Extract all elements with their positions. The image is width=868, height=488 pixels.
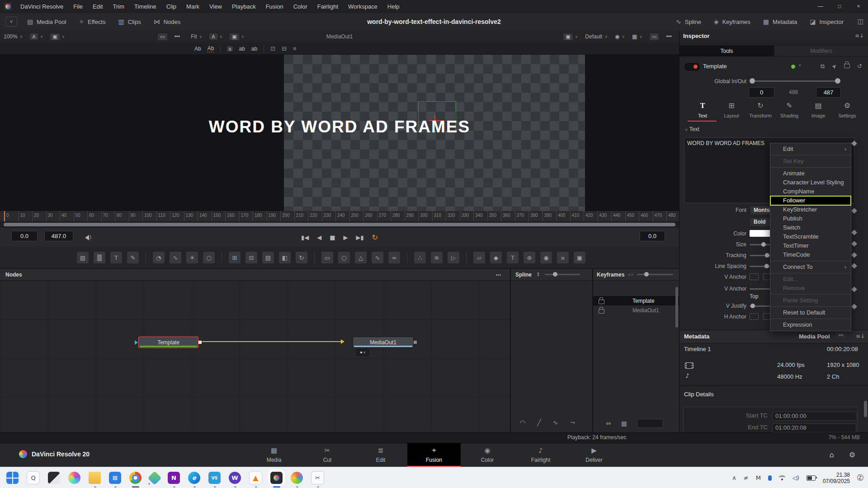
gear-icon[interactable]: ⚙ (849, 450, 855, 459)
menu-item[interactable]: Mark (181, 0, 204, 13)
toolbar-button[interactable]: ▤ Media Pool (21, 13, 72, 30)
fusion-tool-icon[interactable]: ☀ (186, 252, 198, 263)
slider-handle[interactable] (750, 78, 755, 84)
menu-item[interactable]: Help (382, 0, 405, 13)
context-menu-item[interactable]: Switch (770, 223, 851, 232)
context-menu-item[interactable]: CompName (770, 187, 851, 196)
toolbar-button[interactable]: ⋈ Nodes (147, 13, 187, 30)
taskbar-app-icon[interactable]: Q (27, 471, 40, 484)
menu-item[interactable]: Workspace (343, 0, 382, 13)
fusion-tool-icon[interactable]: ○ (203, 252, 215, 263)
menu-item[interactable]: Clip (161, 0, 181, 13)
fusion-tool-icon[interactable]: ∿ (170, 252, 181, 263)
taskbar-app-icon[interactable]: ✂ (311, 471, 324, 484)
node-input-icon[interactable] (135, 340, 140, 345)
spread-keyframes-icon[interactable]: ⇔ (606, 420, 611, 427)
notification-bell-icon[interactable]: Ⓩ (857, 474, 863, 482)
text-tool-icon[interactable]: ≡ (293, 45, 297, 52)
taskbar-app-icon[interactable] (48, 472, 60, 484)
page-tab[interactable]: ✦ Fusion (407, 443, 461, 467)
microphone-icon[interactable] (768, 475, 772, 481)
panel-toggle-button[interactable]: ▦ Metadata (757, 13, 803, 30)
context-menu-item[interactable]: Reset to Default (770, 308, 851, 317)
page-tab[interactable]: ▦ Media (247, 443, 301, 467)
tab-transform[interactable]: ↻ Transform (746, 100, 774, 119)
toolbar-button[interactable]: ✧ Effects (72, 13, 112, 30)
fusion-tool-icon[interactable]: ⊟ (245, 252, 257, 263)
transport-button[interactable]: ▶ (343, 234, 348, 241)
page-tab[interactable]: ▶ Deliver (567, 443, 621, 467)
keyframes-zoom-icon[interactable]: ‹·› (628, 272, 633, 277)
page-tab[interactable]: ✂ Cut (301, 443, 354, 467)
context-menu-item[interactable]: Remove (770, 284, 851, 293)
context-menu-item[interactable]: Paste Setting (770, 296, 851, 305)
linear-spline-icon[interactable]: ╱ (537, 419, 541, 426)
wifi-icon[interactable] (779, 475, 785, 480)
text-tool-icon[interactable]: Ab (194, 46, 201, 52)
text-tool-icon[interactable]: ⊡ (270, 45, 275, 52)
fusion-tool-icon[interactable]: ⊞ (229, 252, 241, 263)
fusion-tool-icon[interactable]: ▷ (448, 252, 459, 263)
text-tool-icon[interactable]: ⊟ (282, 45, 287, 52)
toolbar-collapse-button[interactable]: ∨ (5, 17, 17, 27)
tab-layout[interactable]: ⊞ Layout (717, 100, 745, 119)
fusion-tool-icon[interactable]: ¤ (557, 252, 569, 263)
taskbar-app-icon[interactable] (291, 472, 303, 484)
context-menu-item[interactable]: TimeCode (770, 250, 851, 259)
expand-viewer-button[interactable]: ▭ (646, 30, 662, 43)
global-in-input[interactable]: 0 (749, 87, 774, 98)
tab-modifiers[interactable]: Modifiers (774, 45, 868, 56)
keyframes-scrollbar[interactable] (675, 287, 678, 328)
global-in-out-slider[interactable] (751, 80, 839, 82)
taskbar-app-icon[interactable]: ▲ (249, 471, 262, 484)
spline-zoom-icon[interactable]: ↕ (536, 272, 540, 277)
tab-image[interactable]: ▤ Image (804, 100, 832, 119)
text-tool-icon[interactable]: ab (251, 46, 257, 52)
window-control-button[interactable]: × (849, 0, 868, 13)
slider-handle[interactable] (750, 304, 755, 308)
context-menu-item[interactable]: Edit... (770, 275, 851, 284)
fusion-tool-icon[interactable]: ∴ (414, 252, 426, 263)
tab-tools[interactable]: Tools (679, 45, 774, 56)
tab-shading[interactable]: ✎ Shading (775, 100, 803, 119)
viewer-view-dropdown[interactable]: ▣∨ (47, 30, 68, 43)
fusion-tool-icon[interactable]: T (110, 252, 122, 263)
template-node[interactable]: Template (138, 337, 198, 348)
fusion-tool-icon[interactable]: △ (355, 252, 367, 263)
panel-divider[interactable] (510, 269, 511, 432)
context-menu-item[interactable]: Character Level Styling (770, 178, 851, 187)
context-menu-item[interactable]: Connect To › (770, 263, 851, 272)
taskbar-app-icon[interactable]: e (188, 472, 200, 484)
fusion-tool-icon[interactable]: ↻ (296, 252, 307, 263)
inspector-sort-icon[interactable]: ≡↓ (855, 33, 864, 39)
transport-button[interactable]: ▮◀ (301, 234, 309, 241)
viewer-rect-button[interactable]: ▭ (154, 30, 170, 43)
taskbar-app-icon[interactable] (129, 472, 142, 484)
fusion-tool-icon[interactable]: T (507, 252, 519, 263)
viewer-zoom-dropdown[interactable]: 100%∨ (0, 30, 26, 43)
page-tab[interactable]: ≣ Edit (354, 443, 407, 467)
panel-toggle-button[interactable]: ◪ Inspector (803, 13, 850, 30)
end-tc-value[interactable]: 01:00:20:08 (772, 423, 856, 432)
context-menu-item[interactable]: Set Key (770, 157, 851, 166)
panel-toggle-button[interactable]: ∿ Spline (670, 13, 708, 30)
fusion-tool-icon[interactable]: ◆ (490, 252, 502, 263)
viewer-options-button[interactable]: ••• (171, 30, 184, 43)
context-menu-item[interactable]: Animate (770, 169, 851, 178)
text-tool-icon[interactable]: a (227, 46, 232, 52)
menu-item[interactable]: Edit (88, 0, 108, 13)
menu-item[interactable]: Trim (108, 0, 130, 13)
node-output-icon[interactable] (414, 341, 417, 344)
viewer-channel2-dropdown[interactable]: A∨ (206, 30, 226, 43)
battery-icon[interactable] (807, 475, 816, 481)
tab-settings[interactable]: ⚙ Settings (833, 100, 861, 119)
transport-button[interactable]: ◀ (317, 234, 321, 241)
taskbar-app-icon[interactable]: ⊞ (109, 472, 121, 484)
fusion-tool-icon[interactable]: ▣ (574, 252, 585, 263)
taskbar-app-icon[interactable] (147, 471, 161, 485)
transport-button[interactable]: ■ (330, 234, 335, 241)
node-output-icon[interactable] (198, 341, 202, 344)
transport-button[interactable]: ▶▮ (356, 234, 363, 241)
spreadsheet-icon[interactable]: ▦ (621, 420, 627, 427)
taskbar-app-icon[interactable] (68, 472, 80, 484)
